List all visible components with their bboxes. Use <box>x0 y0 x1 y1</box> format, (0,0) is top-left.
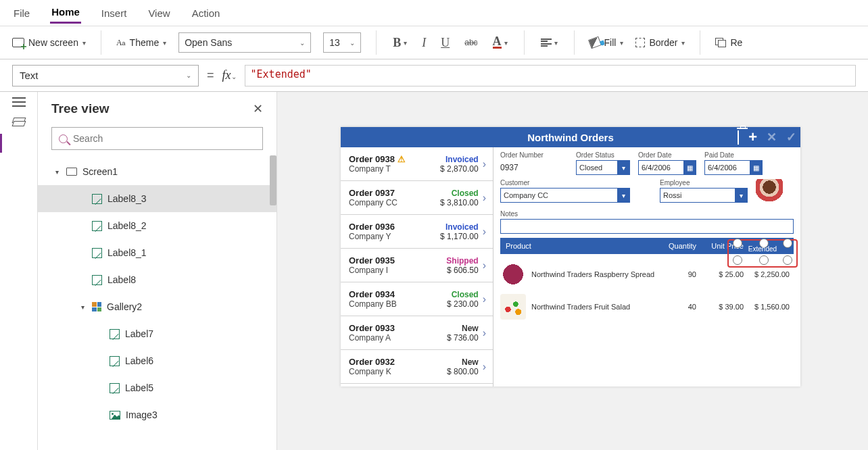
order-row[interactable]: Order 0935Company IShipped$ 606.50› <box>341 249 493 282</box>
tree-node[interactable]: Label8_3 <box>38 185 276 212</box>
notes-input[interactable] <box>500 219 794 234</box>
menu-item-home[interactable]: Home <box>50 2 81 24</box>
canvas[interactable]: Northwind Orders + ✕ ✓ Order 0938 ⚠Compa… <box>277 92 868 450</box>
product-row[interactable]: Northwind Traders Raspberry Spread90$ 25… <box>500 258 794 291</box>
reorder-button[interactable]: Re <box>715 37 742 48</box>
order-row[interactable]: Order 0937Company CCClosed$ 3,810.00› <box>341 181 493 215</box>
scrollbar-thumb[interactable] <box>270 155 276 205</box>
ribbon: New screen ▾ Aa Theme ▾ Open Sans ⌄ 13 ⌄… <box>0 26 868 59</box>
hamburger-icon <box>12 101 26 103</box>
chevron-right-icon: › <box>483 158 486 170</box>
add-button[interactable]: + <box>748 132 757 142</box>
property-name: Text <box>20 70 39 81</box>
tree-node[interactable]: Label8_2 <box>38 212 276 239</box>
formula-input[interactable]: Extended <box>245 65 856 86</box>
tree-view-title: Tree view <box>51 101 110 116</box>
order-list[interactable]: Order 0938 ⚠Company TInvoiced$ 2,870.00›… <box>341 147 493 386</box>
chevron-down-icon: ▾ <box>617 161 629 174</box>
employee-avatar <box>756 179 783 206</box>
font-size-select[interactable]: 13 ⌄ <box>323 32 361 53</box>
font-color-button[interactable]: A▾ <box>491 35 509 50</box>
tree-node[interactable]: ▾Gallery2 <box>38 293 276 320</box>
chevron-right-icon: › <box>483 192 486 204</box>
tree-node[interactable]: Label8 <box>38 266 276 293</box>
employee-select[interactable]: Rossi▾ <box>660 188 748 203</box>
order-row[interactable]: Order 0936Company YInvoiced$ 1,170.00› <box>341 215 493 249</box>
border-button[interactable]: Border ▾ <box>635 37 685 48</box>
tree-node[interactable]: Image3 <box>38 401 276 428</box>
product-unit-price: $ 25.00 <box>696 270 744 278</box>
calendar-icon: ▦ <box>683 161 696 174</box>
customer-select[interactable]: Company CC▾ <box>500 188 630 203</box>
hamburger-button[interactable] <box>12 101 26 103</box>
italic-button[interactable]: I <box>420 34 427 51</box>
expand-toggle[interactable]: ▾ <box>78 303 87 311</box>
theme-button[interactable]: Aa Theme ▾ <box>116 37 166 48</box>
bold-button[interactable]: B▾ <box>391 34 408 51</box>
left-rail <box>0 92 38 450</box>
tree-node[interactable]: Label7 <box>38 320 276 347</box>
chevron-down-icon: ▾ <box>735 189 747 202</box>
label-icon <box>92 221 102 231</box>
fill-button[interactable]: Fill ▾ <box>589 37 624 48</box>
fill-label: Fill <box>604 37 617 48</box>
menu-bar: FileHomeInsertViewAction <box>0 0 868 26</box>
order-status-select[interactable]: Closed▾ <box>576 160 630 175</box>
theme-icon: Aa <box>116 38 126 48</box>
tree-node[interactable]: Label5 <box>38 374 276 401</box>
underline-button[interactable]: U <box>439 34 451 51</box>
tree-view-tab[interactable] <box>13 118 25 127</box>
product-extended: $ 2,250.00 <box>744 270 794 278</box>
items-header: Product Quantity Unit Price Ex <box>500 238 794 254</box>
font-select[interactable]: Open Sans ⌄ <box>178 32 311 53</box>
order-number-value: 0937 <box>500 160 568 175</box>
tree-node-label: Label8 <box>107 274 136 285</box>
expand-toggle[interactable]: ▾ <box>53 168 61 176</box>
strikethrough-button[interactable]: abc <box>463 36 479 49</box>
tree-search[interactable] <box>51 127 263 150</box>
warning-icon: ⚠ <box>397 154 406 164</box>
close-button[interactable]: ✕ <box>253 101 263 116</box>
chevron-down-icon: ▾ <box>617 189 629 202</box>
menu-item-insert[interactable]: Insert <box>100 3 128 23</box>
menu-item-view[interactable]: View <box>147 3 171 23</box>
align-button[interactable]: ▾ <box>539 37 559 48</box>
product-row[interactable]: Northwind Traders Fruit Salad40$ 39.00$ … <box>500 291 794 323</box>
order-date-label: Order Date <box>638 151 696 159</box>
order-detail: Order Number0937 Order StatusClosed▾ Ord… <box>493 147 800 386</box>
tree-list: ▾Screen1Label8_3Label8_2Label8_1Label8▾G… <box>38 155 276 450</box>
resize-handle[interactable] <box>783 239 792 248</box>
confirm-button[interactable]: ✓ <box>786 130 796 145</box>
tree-node-label: Label8_3 <box>107 193 147 204</box>
product-unit-price: $ 39.00 <box>696 303 744 311</box>
tree-node[interactable]: Label6 <box>38 347 276 374</box>
tree-node[interactable]: ▾Screen1 <box>38 158 276 185</box>
paid-date-input[interactable]: 6/4/2006▦ <box>704 160 763 175</box>
order-row[interactable]: Order 0934Company BBClosed$ 230.00› <box>341 282 493 316</box>
search-input[interactable] <box>73 133 256 144</box>
label-icon <box>92 248 102 258</box>
new-screen-button[interactable]: New screen ▾ <box>12 37 86 48</box>
chevron-down-icon: ⌄ <box>299 39 305 47</box>
label-icon <box>92 275 102 285</box>
delete-button[interactable] <box>738 130 739 145</box>
order-date-input[interactable]: 6/4/2006▦ <box>638 160 696 175</box>
chevron-down-icon: ⌄ <box>349 39 355 47</box>
menu-item-file[interactable]: File <box>12 3 31 23</box>
order-number-label: Order Number <box>500 151 568 159</box>
cancel-button[interactable]: ✕ <box>767 130 777 145</box>
tree-node-label: Label5 <box>125 382 153 393</box>
order-row[interactable]: Order 0933Company ANew$ 736.00› <box>341 316 493 350</box>
property-select[interactable]: Text ⌄ <box>12 65 199 86</box>
app-header: Northwind Orders + ✕ ✓ <box>341 127 800 147</box>
tree-node[interactable]: Label8_1 <box>38 239 276 266</box>
menu-item-action[interactable]: Action <box>191 3 222 23</box>
order-row[interactable]: Order 0932Company KNew$ 800.00› <box>341 350 493 384</box>
order-row[interactable]: Order 0938 ⚠Company TInvoiced$ 2,870.00› <box>341 147 493 181</box>
screen-icon <box>66 168 77 176</box>
col-quantity: Quantity <box>656 242 696 250</box>
layers-icon <box>13 118 25 127</box>
chevron-down-icon: ▾ <box>681 39 685 47</box>
fx-button[interactable]: fx⌄ <box>222 68 237 82</box>
resize-handle[interactable] <box>759 239 769 248</box>
